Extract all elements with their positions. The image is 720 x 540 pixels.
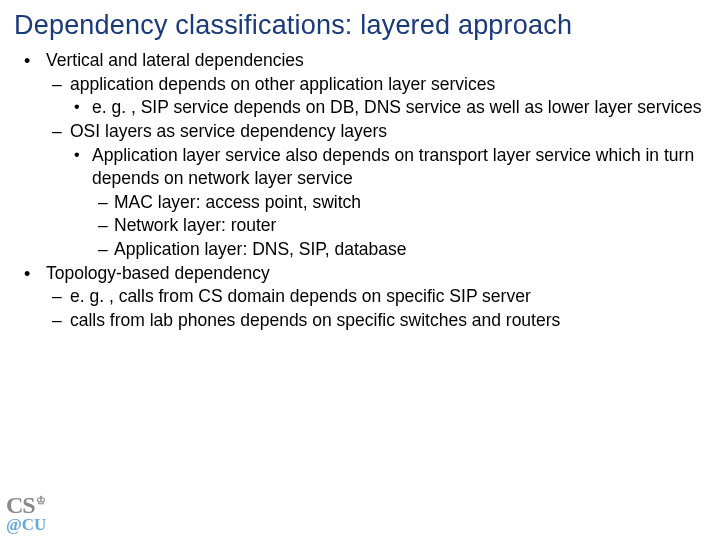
bullet-text: Application layer: DNS, SIP, database [114, 239, 406, 259]
list-item: calls from lab phones depends on specifi… [46, 309, 702, 333]
list-item: OSI layers as service dependency layers … [46, 120, 702, 262]
list-item: Topology-based dependency e. g. , calls … [18, 262, 702, 333]
list-item: Vertical and lateral dependencies applic… [18, 49, 702, 262]
bullet-text: Application layer service also depends o… [92, 145, 694, 189]
bullet-text: Network layer: router [114, 215, 276, 235]
bullet-text: application depends on other application… [70, 74, 495, 94]
list-item: e. g. , SIP service depends on DB, DNS s… [70, 96, 702, 120]
list-item: e. g. , calls from CS domain depends on … [46, 285, 702, 309]
bullet-text: Vertical and lateral dependencies [46, 50, 304, 70]
bullet-text: MAC layer: access point, switch [114, 192, 361, 212]
list-item: Application layer: DNS, SIP, database [92, 238, 702, 262]
bullet-text: Topology-based dependency [46, 263, 270, 283]
logo-cs: CS♔ [6, 495, 54, 517]
bullet-text: e. g. , calls from CS domain depends on … [70, 286, 531, 306]
list-item: MAC layer: access point, switch [92, 191, 702, 215]
logo: CS♔ @CU [6, 495, 54, 532]
logo-cs-text: CS [6, 495, 35, 517]
slide-title: Dependency classifications: layered appr… [0, 0, 720, 49]
list-item: Application layer service also depends o… [70, 144, 702, 262]
list-item: application depends on other application… [46, 73, 702, 120]
list-item: Network layer: router [92, 214, 702, 238]
bullet-text: calls from lab phones depends on specifi… [70, 310, 560, 330]
logo-cu: @CU [6, 517, 54, 532]
crown-icon: ♔ [36, 496, 45, 506]
slide-content: Vertical and lateral dependencies applic… [0, 49, 720, 333]
bullet-text: e. g. , SIP service depends on DB, DNS s… [92, 97, 702, 117]
bullet-text: OSI layers as service dependency layers [70, 121, 387, 141]
